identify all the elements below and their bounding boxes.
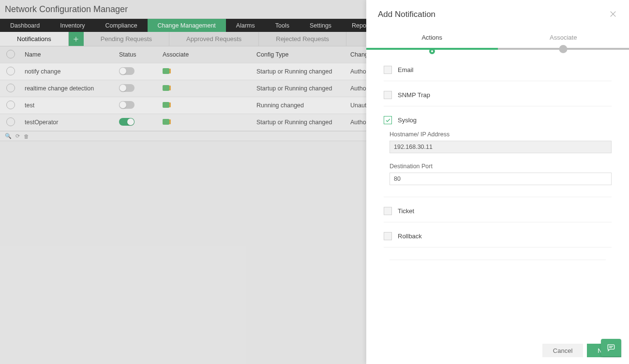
step-bar: Actions Associate [366, 29, 629, 54]
snmp-label: SNMP Trap [398, 91, 430, 99]
ticket-checkbox[interactable] [384, 207, 392, 215]
syslog-checkbox[interactable] [384, 116, 392, 124]
option-email: Email [384, 59, 612, 81]
step-associate[interactable]: Associate [498, 29, 629, 44]
port-input[interactable] [389, 173, 612, 185]
email-label: Email [398, 66, 414, 73]
cancel-button[interactable]: Cancel [542, 344, 583, 357]
panel-title: Add Notification [378, 10, 435, 19]
port-label: Destination Port [384, 163, 612, 170]
option-rollback: Rollback [384, 225, 612, 248]
option-ticket: Ticket [384, 200, 612, 222]
ticket-label: Ticket [398, 207, 414, 215]
email-checkbox[interactable] [384, 66, 392, 74]
step-actions[interactable]: Actions [366, 29, 498, 44]
chat-button[interactable] [601, 339, 621, 356]
step-node-2 [559, 45, 568, 53]
hostname-input[interactable] [389, 141, 612, 153]
syslog-label: Syslog [398, 116, 417, 124]
option-syslog: Syslog Hostname/ IP Address Destination … [384, 109, 612, 197]
snmp-checkbox[interactable] [384, 91, 392, 99]
close-icon[interactable] [609, 10, 617, 20]
add-notification-panel: Add Notification Actions Associate Email… [366, 0, 629, 364]
hostname-label: Hostname/ IP Address [384, 131, 612, 138]
rollback-checkbox[interactable] [384, 232, 392, 240]
rollback-label: Rollback [398, 233, 422, 240]
step-node-1 [429, 48, 435, 54]
option-snmp: SNMP Trap [384, 84, 612, 106]
